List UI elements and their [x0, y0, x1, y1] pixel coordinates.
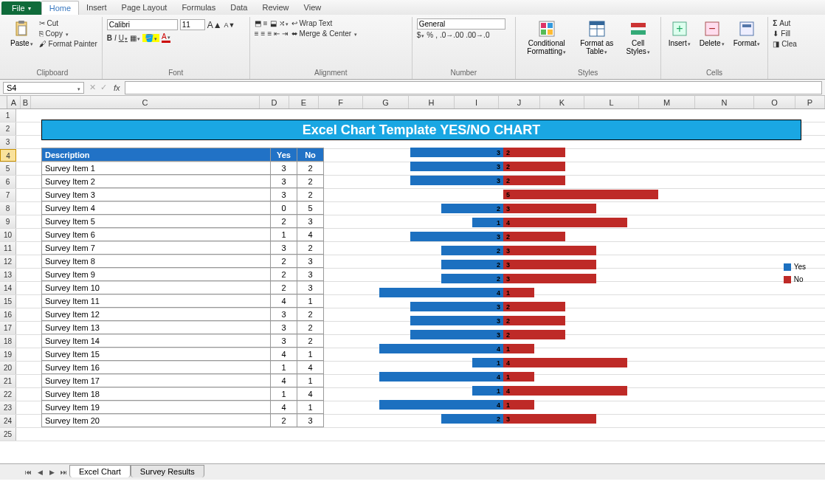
- insert-cells-button[interactable]: +Insert: [666, 18, 694, 49]
- table-row[interactable]: Survey Item 523: [42, 215, 324, 228]
- column-header[interactable]: L: [584, 96, 639, 108]
- grow-font-icon[interactable]: A▲: [207, 20, 222, 30]
- align-middle-icon[interactable]: ≡: [263, 19, 268, 27]
- row-header[interactable]: 2: [0, 122, 16, 135]
- cell-description[interactable]: Survey Item 4: [42, 201, 271, 215]
- cell-description[interactable]: Survey Item 19: [42, 401, 271, 414]
- cell-yes[interactable]: 1: [271, 228, 297, 241]
- autosum-button[interactable]: ΣAut: [773, 18, 790, 28]
- row-header[interactable]: 9: [0, 215, 16, 228]
- cell-yes[interactable]: 4: [271, 374, 297, 387]
- select-all-corner[interactable]: [0, 96, 7, 108]
- cell-no[interactable]: 4: [297, 228, 324, 241]
- table-row[interactable]: Survey Item 1614: [42, 361, 324, 374]
- table-row[interactable]: Survey Item 1332: [42, 321, 324, 334]
- table-row[interactable]: Survey Item 332: [42, 188, 324, 201]
- orientation-icon[interactable]: ⤭: [279, 19, 289, 27]
- column-header[interactable]: O: [754, 96, 795, 108]
- ribbon-tab-insert[interactable]: Insert: [79, 1, 114, 15]
- column-header[interactable]: H: [409, 96, 455, 108]
- cell-yes[interactable]: 4: [271, 294, 297, 308]
- row-header[interactable]: 14: [0, 282, 16, 294]
- cell-no[interactable]: 3: [297, 414, 324, 427]
- table-row[interactable]: Survey Item 1741: [42, 374, 324, 387]
- table-row[interactable]: Survey Item 1232: [42, 308, 324, 321]
- row-header[interactable]: 18: [0, 335, 16, 348]
- cell-description[interactable]: Survey Item 17: [42, 374, 271, 387]
- worksheet-grid[interactable]: ABCDEFGHIJKLMNOP 12345678910111213141516…: [0, 96, 825, 480]
- ribbon-tab-page-layout[interactable]: Page Layout: [114, 1, 175, 15]
- cell-yes[interactable]: 2: [271, 255, 297, 268]
- cell-yes[interactable]: 2: [271, 281, 297, 294]
- font-color-button[interactable]: A: [162, 32, 170, 43]
- cell-yes[interactable]: 4: [271, 348, 297, 361]
- row-header[interactable]: 21: [0, 375, 16, 387]
- cell-no[interactable]: 2: [297, 241, 324, 255]
- currency-button[interactable]: $: [417, 31, 425, 39]
- cancel-formula-icon[interactable]: ✕: [87, 83, 98, 92]
- row-header[interactable]: 24: [0, 415, 16, 427]
- align-center-icon[interactable]: ≡: [261, 30, 266, 38]
- indent-increase-icon[interactable]: ⇥: [282, 30, 288, 38]
- cell-description[interactable]: Survey Item 15: [42, 348, 271, 361]
- column-header[interactable]: M: [639, 96, 695, 108]
- row-header[interactable]: 15: [0, 295, 16, 308]
- indent-decrease-icon[interactable]: ⇤: [274, 30, 280, 38]
- font-name-select[interactable]: [107, 19, 178, 30]
- number-format-select[interactable]: [417, 18, 505, 30]
- row-header[interactable]: 13: [0, 269, 16, 281]
- column-headers[interactable]: ABCDEFGHIJKLMNOP: [0, 96, 825, 109]
- fill-color-button[interactable]: 🪣: [142, 34, 159, 42]
- cell-yes[interactable]: 2: [271, 414, 297, 427]
- sheet-nav-first-icon[interactable]: ⏮: [22, 469, 34, 476]
- column-header[interactable]: B: [21, 96, 31, 108]
- cell-yes[interactable]: 2: [271, 215, 297, 228]
- column-header[interactable]: J: [499, 96, 540, 108]
- align-right-icon[interactable]: ≡: [267, 30, 272, 38]
- merge-center-button[interactable]: ⬌Merge & Center: [291, 29, 358, 38]
- cell-no[interactable]: 1: [297, 374, 324, 387]
- cell-no[interactable]: 4: [297, 361, 324, 374]
- column-header[interactable]: E: [289, 96, 319, 108]
- cell-description[interactable]: Survey Item 6: [42, 228, 271, 241]
- cell-description[interactable]: Survey Item 10: [42, 281, 271, 294]
- row-header[interactable]: 10: [0, 229, 16, 241]
- row-header[interactable]: 17: [0, 322, 16, 334]
- column-header[interactable]: D: [260, 96, 289, 108]
- cell-yes[interactable]: 4: [271, 401, 297, 414]
- cell-description[interactable]: Survey Item 11: [42, 294, 271, 308]
- row-header[interactable]: 22: [0, 388, 16, 401]
- delete-cells-button[interactable]: −Delete: [697, 18, 728, 49]
- cell-no[interactable]: 5: [297, 201, 324, 215]
- cell-description[interactable]: Survey Item 7: [42, 241, 271, 255]
- conditional-formatting-button[interactable]: Conditional Formatting: [520, 18, 573, 57]
- shrink-font-icon[interactable]: A▼: [224, 21, 235, 29]
- table-row[interactable]: Survey Item 405: [42, 201, 324, 215]
- table-row[interactable]: Survey Item 132: [42, 162, 324, 175]
- increase-decimal-icon[interactable]: .0→.00: [440, 31, 463, 39]
- column-header[interactable]: K: [540, 96, 584, 108]
- font-size-select[interactable]: [180, 19, 205, 30]
- cell-description[interactable]: Survey Item 3: [42, 188, 271, 201]
- table-row[interactable]: Survey Item 1541: [42, 348, 324, 361]
- fill-button[interactable]: ⬇Fill: [773, 29, 790, 38]
- cell-yes[interactable]: 3: [271, 308, 297, 321]
- border-button[interactable]: ▦: [130, 34, 140, 42]
- cell-no[interactable]: 1: [297, 294, 324, 308]
- table-row[interactable]: Survey Item 823: [42, 255, 324, 268]
- cell-no[interactable]: 2: [297, 321, 324, 334]
- copy-button[interactable]: ⎘Copy: [39, 29, 97, 38]
- row-header[interactable]: 1: [0, 109, 16, 122]
- row-header[interactable]: 11: [0, 242, 16, 255]
- column-header[interactable]: P: [795, 96, 825, 108]
- cell-no[interactable]: 1: [297, 348, 324, 361]
- cell-no[interactable]: 2: [297, 162, 324, 175]
- cell-yes[interactable]: 3: [271, 175, 297, 188]
- format-as-table-button[interactable]: Format as Table: [576, 18, 618, 57]
- row-header[interactable]: 23: [0, 401, 16, 414]
- cell-description[interactable]: Survey Item 13: [42, 321, 271, 334]
- row-header[interactable]: 12: [0, 255, 16, 268]
- wrap-text-button[interactable]: ↩Wrap Text: [291, 18, 358, 28]
- cell-description[interactable]: Survey Item 14: [42, 334, 271, 348]
- underline-button[interactable]: U: [119, 34, 128, 42]
